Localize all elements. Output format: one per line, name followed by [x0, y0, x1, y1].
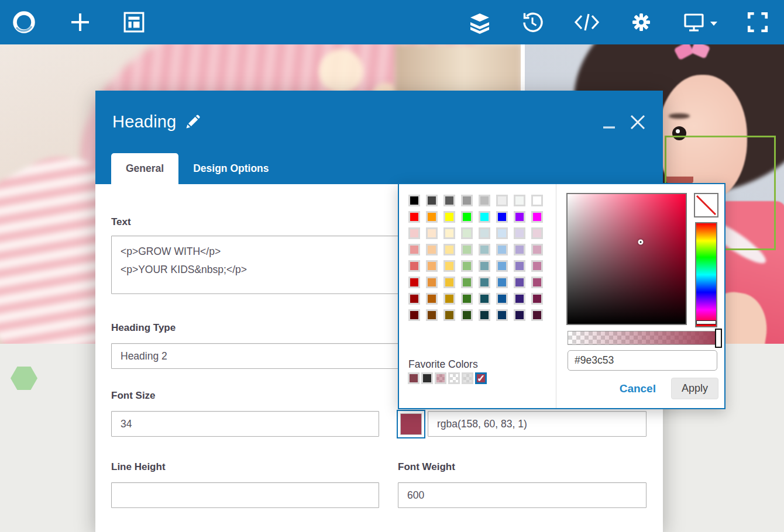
edit-title-pencil-icon[interactable] — [185, 115, 200, 130]
palette-swatch[interactable] — [479, 227, 490, 239]
add-element-button[interactable] — [69, 11, 91, 33]
favorite-swatch[interactable] — [408, 372, 419, 384]
templates-button[interactable] — [123, 11, 145, 33]
palette-swatch[interactable] — [514, 244, 525, 255]
palette-swatch[interactable] — [479, 260, 490, 272]
apply-button[interactable]: Apply — [671, 378, 718, 399]
palette-swatch[interactable] — [426, 211, 438, 223]
palette-swatch[interactable] — [496, 211, 508, 223]
hue-slider[interactable] — [695, 222, 717, 327]
palette-swatch[interactable] — [496, 277, 508, 288]
tab-general[interactable]: General — [111, 153, 178, 184]
palette-swatch[interactable] — [514, 260, 525, 272]
palette-swatch[interactable] — [496, 227, 508, 239]
toolbar-right — [468, 11, 784, 34]
palette-swatch[interactable] — [496, 260, 508, 272]
palette-swatch[interactable] — [479, 244, 490, 255]
palette-swatch[interactable] — [408, 309, 420, 321]
vc-logo-button[interactable] — [11, 9, 37, 36]
palette-swatch[interactable] — [514, 293, 525, 305]
favorite-swatch[interactable] — [435, 372, 446, 384]
font-weight-input[interactable] — [398, 482, 647, 508]
palette-swatch[interactable] — [443, 309, 455, 321]
undo-history-button[interactable] — [521, 11, 544, 34]
palette-swatch[interactable] — [408, 293, 420, 305]
palette-swatch[interactable] — [426, 293, 438, 305]
palette-swatch[interactable] — [426, 227, 438, 239]
palette-swatch[interactable] — [408, 244, 420, 255]
font-color-swatch-button[interactable] — [397, 410, 425, 438]
alpha-slider[interactable] — [568, 331, 721, 345]
palette-swatch[interactable] — [531, 195, 543, 206]
palette-swatch[interactable] — [531, 227, 543, 239]
cancel-button[interactable]: Cancel — [620, 382, 656, 395]
palette-swatch[interactable] — [496, 195, 508, 206]
hue-slider-handle[interactable] — [696, 320, 716, 324]
palette-swatch[interactable] — [496, 309, 508, 321]
palette-swatch[interactable] — [461, 211, 473, 223]
palette-swatch[interactable] — [514, 195, 525, 206]
close-button[interactable] — [628, 112, 648, 132]
palette-swatch[interactable] — [461, 227, 473, 239]
palette-swatch[interactable] — [461, 293, 473, 305]
palette-swatch[interactable] — [531, 211, 543, 223]
palette-swatch[interactable] — [443, 260, 455, 272]
responsive-view-button[interactable] — [682, 11, 717, 34]
palette-swatch[interactable] — [514, 227, 525, 239]
alpha-slider-handle[interactable] — [715, 329, 722, 348]
palette-swatch[interactable] — [479, 277, 490, 288]
palette-swatch[interactable] — [408, 211, 420, 223]
palette-swatch[interactable] — [461, 277, 473, 288]
palette-swatch[interactable] — [479, 195, 490, 206]
palette-swatch[interactable] — [443, 195, 455, 206]
palette-swatch[interactable] — [496, 293, 508, 305]
palette-swatch[interactable] — [479, 309, 490, 321]
palette-swatch[interactable] — [531, 260, 543, 272]
palette-swatch[interactable] — [426, 309, 438, 321]
palette-swatch[interactable] — [514, 277, 525, 288]
palette-swatch[interactable] — [461, 195, 473, 206]
line-height-input[interactable] — [111, 482, 379, 508]
no-color-button[interactable] — [694, 193, 718, 217]
palette-swatch[interactable] — [443, 211, 455, 223]
palette-swatch[interactable] — [426, 277, 438, 288]
hex-color-input[interactable] — [568, 350, 717, 371]
saturation-area[interactable] — [566, 193, 687, 325]
fullscreen-button[interactable] — [747, 11, 769, 33]
favorite-swatch[interactable] — [462, 372, 473, 384]
minimize-button[interactable] — [602, 125, 616, 130]
palette-swatch[interactable] — [479, 293, 490, 305]
palette-swatch[interactable] — [531, 293, 543, 305]
palette-swatch[interactable] — [531, 244, 543, 255]
palette-swatch[interactable] — [408, 195, 420, 206]
custom-code-button[interactable] — [573, 11, 600, 33]
palette-swatch[interactable] — [514, 309, 525, 321]
palette-swatch[interactable] — [408, 277, 420, 288]
palette-swatch[interactable] — [408, 227, 420, 239]
palette-swatch[interactable] — [426, 260, 438, 272]
palette-swatch[interactable] — [461, 309, 473, 321]
palette-swatch[interactable] — [461, 244, 473, 255]
palette-swatch[interactable] — [496, 244, 508, 255]
palette-swatch[interactable] — [514, 211, 525, 223]
palette-swatch[interactable] — [443, 244, 455, 255]
font-size-input[interactable] — [111, 411, 379, 437]
palette-swatch[interactable] — [443, 227, 455, 239]
palette-swatch[interactable] — [408, 260, 420, 272]
favorite-swatch-selected[interactable] — [475, 372, 487, 384]
font-color-input[interactable] — [428, 411, 647, 437]
favorite-swatch[interactable] — [421, 372, 433, 384]
palette-swatch[interactable] — [531, 309, 543, 321]
palette-swatch[interactable] — [443, 293, 455, 305]
tree-view-button[interactable] — [468, 11, 491, 34]
palette-swatch[interactable] — [426, 244, 438, 255]
saturation-pointer[interactable] — [638, 240, 644, 245]
favorite-swatch[interactable] — [448, 372, 460, 384]
palette-swatch[interactable] — [531, 277, 543, 288]
palette-swatch[interactable] — [461, 260, 473, 272]
settings-button[interactable] — [630, 11, 653, 34]
palette-swatch[interactable] — [479, 211, 490, 223]
palette-swatch[interactable] — [443, 277, 455, 288]
tab-design-options[interactable]: Design Options — [178, 153, 283, 184]
palette-swatch[interactable] — [426, 195, 438, 206]
